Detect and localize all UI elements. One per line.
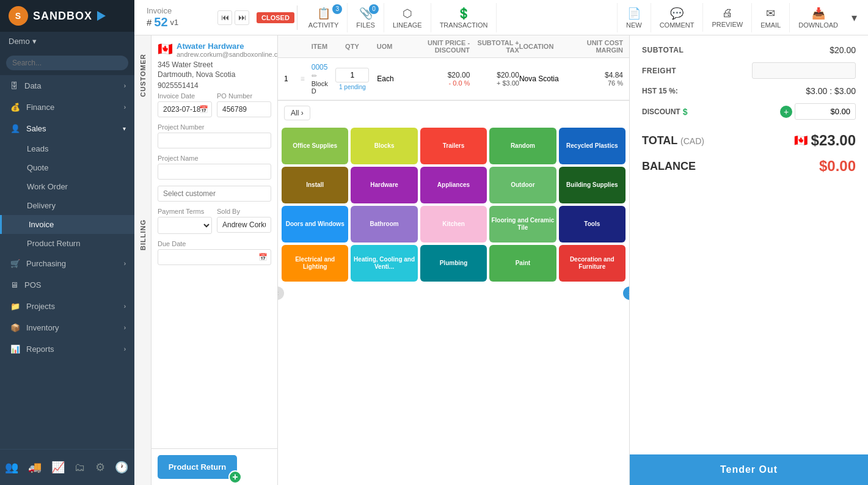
sidebar-item-data[interactable]: Data › — [0, 75, 134, 97]
download-button[interactable]: 📥 DOWNLOAD — [789, 3, 847, 32]
truck-icon-btn[interactable]: 🚚 — [23, 456, 46, 479]
sidebar-item-label: POS — [24, 280, 41, 290]
col-header-location: LOCATION — [519, 43, 574, 50]
tender-out-button[interactable]: Tender Out — [630, 454, 868, 485]
category-item-blocks[interactable]: Blocks — [351, 128, 417, 164]
calendar-icon[interactable]: 📅 — [199, 105, 208, 114]
category-item-random[interactable]: Random — [489, 128, 556, 164]
files-label: FILES — [356, 21, 375, 29]
sidebar-sub-quote[interactable]: Quote — [0, 158, 134, 177]
due-date-input[interactable] — [158, 249, 271, 265]
sidebar-item-label: Sales — [26, 124, 46, 133]
sidebar-item-sales[interactable]: Sales ▾ — [0, 118, 134, 139]
discount-input[interactable] — [795, 103, 856, 120]
sidebar: S SANDBOX Demo ▾ Data › Finance › Sales … — [0, 0, 134, 485]
item-code-link[interactable]: 0005 — [312, 63, 328, 71]
toolbar-right-actions: 📄 NEW 💬 COMMENT 🖨 PREVIEW ✉ EMAIL 📥 DOWN… — [617, 3, 862, 32]
discount-dollar-icon: $ — [683, 107, 688, 117]
category-item-paint[interactable]: Paint — [489, 245, 556, 282]
category-item-plumbing[interactable]: Plumbing — [420, 245, 487, 282]
invoice-title: Invoice — [147, 6, 208, 15]
sidebar-sub-work-order[interactable]: Work Order — [0, 177, 134, 196]
product-return-label: Product Return — [169, 462, 227, 472]
invoice-info: Invoice # 52 v1 — [140, 6, 214, 29]
category-item-kitchen[interactable]: Kitchen — [420, 206, 487, 242]
comment-button[interactable]: 💬 COMMENT — [651, 3, 703, 32]
sidebar-item-inventory[interactable]: 📦 Inventory › — [0, 317, 134, 338]
grand-total-row: TOTAL (CAD) 🇨🇦 $23.00 — [642, 129, 856, 151]
po-number-input[interactable] — [217, 101, 271, 117]
category-item-install[interactable]: Install — [282, 167, 348, 203]
sidebar-item-purchasing[interactable]: 🛒 Purchasing › — [0, 253, 134, 274]
left-panel-content: 🇨🇦 Atwater Hardware andrew.corkum@sandbo… — [151, 35, 277, 448]
search-input[interactable] — [6, 56, 128, 70]
all-categories-button[interactable]: All › — [284, 106, 310, 120]
sidebar-sub-invoice[interactable]: Invoice — [0, 215, 134, 234]
first-record-button[interactable]: ⏮ — [217, 10, 232, 25]
payment-terms-select[interactable] — [158, 217, 212, 234]
box-icon-btn[interactable]: 🗂 — [70, 456, 90, 479]
customer-name[interactable]: Atwater Hardware — [177, 42, 277, 51]
billing-tab[interactable]: BILLING — [139, 213, 147, 257]
email-button[interactable]: ✉ EMAIL — [751, 3, 789, 32]
category-item-electrical-lighting[interactable]: Electrical and Lighting — [282, 245, 348, 282]
preview-button[interactable]: 🖨 PREVIEW — [702, 3, 751, 32]
add-discount-button[interactable]: + — [780, 106, 792, 118]
lineage-button[interactable]: ⬡ LINEAGE — [384, 3, 431, 32]
select-customer-input[interactable] — [158, 186, 271, 202]
category-item-bathroom[interactable]: Bathroom — [351, 206, 417, 242]
customer-header: 🇨🇦 Atwater Hardware andrew.corkum@sandbo… — [158, 42, 271, 58]
project-number-label: Project Number — [158, 123, 271, 131]
category-item-tools[interactable]: Tools — [559, 206, 625, 242]
category-item-appliances[interactable]: Appliances — [420, 167, 487, 203]
category-item-building-supplies[interactable]: Building Supplies — [559, 167, 625, 203]
category-item-hardware[interactable]: Hardware — [351, 167, 417, 203]
category-item-heating-cooling[interactable]: Heating, Cooling and Venti... — [351, 245, 417, 282]
category-item-decoration-furniture[interactable]: Decoration and Furniture — [559, 245, 625, 282]
files-button[interactable]: 📎 FILES 0 — [348, 3, 384, 32]
drag-handle[interactable]: ≡ — [301, 75, 312, 83]
category-item-flooring-ceramic[interactable]: Flooring and Ceramic Tile — [489, 206, 556, 242]
sidebar-item-projects[interactable]: 📁 Projects › — [0, 296, 134, 317]
sidebar-item-finance[interactable]: Finance › — [0, 97, 134, 118]
chevron-down-icon: ▾ — [123, 125, 126, 132]
time-icon-btn[interactable]: 🕐 — [110, 456, 133, 479]
payment-sold-row: Payment Terms Sold By — [158, 208, 271, 240]
category-item-recycled-plastics[interactable]: Recycled Plastics — [559, 128, 625, 164]
category-grid: Office SuppliesBlocksTrailersRandomRecyc… — [278, 125, 629, 485]
user-menu[interactable]: Demo ▾ — [0, 32, 134, 51]
new-button[interactable]: 📄 NEW — [617, 3, 651, 32]
category-item-outdoor[interactable]: Outdoor — [489, 167, 556, 203]
project-number-input[interactable] — [158, 133, 271, 148]
lineage-label: LINEAGE — [393, 21, 422, 29]
activity-badge: 3 — [332, 4, 342, 14]
sidebar-sub-delivery[interactable]: Delivery — [0, 196, 134, 215]
users-icon-btn[interactable]: 👥 — [0, 456, 23, 479]
unit-cost-val: $4.84 — [574, 71, 623, 79]
next-record-button[interactable]: ⏭ — [235, 10, 249, 25]
invoice-version: v1 — [170, 18, 179, 27]
category-item-office-supplies[interactable]: Office Supplies — [282, 128, 348, 164]
more-actions-button[interactable]: ▾ — [847, 11, 862, 24]
project-name-input[interactable] — [158, 164, 271, 180]
freight-input[interactable] — [752, 62, 856, 79]
sidebar-sub-leads[interactable]: Leads — [0, 139, 134, 158]
category-item-doors-windows[interactable]: Doors and Windows — [282, 206, 348, 242]
sidebar-item-reports[interactable]: 📊 Reports › — [0, 338, 134, 360]
sidebar-sub-product-return[interactable]: Product Return — [0, 234, 134, 253]
settings-icon-btn[interactable]: ⚙ — [90, 456, 110, 479]
chart-icon-btn[interactable]: 📈 — [46, 456, 70, 479]
customer-info: Atwater Hardware andrew.corkum@sandboxon… — [177, 42, 277, 58]
activity-button[interactable]: 📋 ACTIVITY 3 — [300, 3, 348, 32]
transaction-button[interactable]: 💲 TRANSACTION — [431, 3, 497, 32]
qty-input[interactable] — [335, 68, 369, 82]
sidebar-item-pos[interactable]: 🖥 POS — [0, 274, 134, 296]
sold-by-input[interactable] — [217, 217, 271, 233]
customer-tab[interactable]: CUSTOMER — [139, 48, 147, 103]
col-header-uom: UOM — [377, 43, 410, 50]
edit-item-icon[interactable]: ✏ — [312, 72, 317, 79]
due-date-calendar-icon[interactable]: 📅 — [258, 253, 268, 261]
files-badge: 0 — [369, 4, 379, 14]
category-item-trailers[interactable]: Trailers — [420, 128, 487, 164]
product-return-button[interactable]: Product Return + — [158, 455, 237, 479]
